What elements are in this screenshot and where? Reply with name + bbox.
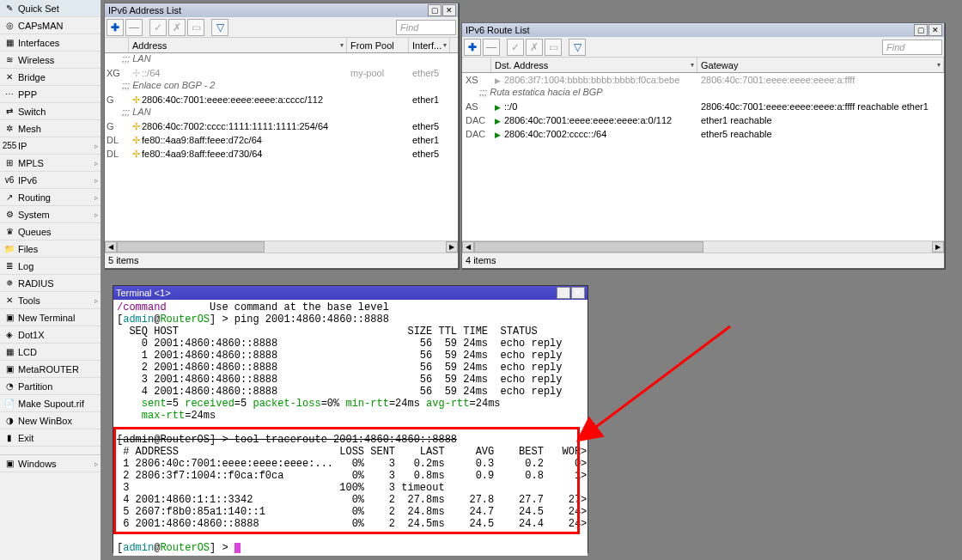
sidebar-item-quick-set[interactable]: ✎Quick Set [0, 0, 100, 17]
comment-button[interactable]: ▭ [187, 19, 204, 36]
sidebar-item-switch[interactable]: ⇄Switch [0, 103, 100, 120]
sidebar-item-wireless[interactable]: ≋Wireless [0, 52, 100, 69]
gateway-cell: 2806:40c:7001:eeee:eeee:eeee:a:ffff reac… [697, 101, 944, 112]
sidebar-label: RADIUS [18, 278, 98, 289]
sidebar-label: Wireless [18, 55, 98, 65]
sidebar-item-lcd[interactable]: ▦LCD [0, 344, 100, 361]
sidebar-item-mesh[interactable]: ✲Mesh [0, 120, 100, 137]
disable-button[interactable]: ✗ [526, 39, 543, 56]
filter-button[interactable]: ▽ [569, 39, 586, 56]
table-row[interactable]: XS▶2806:3f7:1004:bbbb:bbbb:bbbb:f0ca:beb… [462, 73, 944, 87]
table-row[interactable]: XG✢::/64my-poolether5 [105, 66, 458, 80]
address-cell: ✢::/64 [129, 68, 347, 79]
sidebar-item-tools[interactable]: ✕Tools▹ [0, 292, 100, 309]
sidebar-item-bridge[interactable]: ✕Bridge [0, 69, 100, 86]
horizontal-scrollbar[interactable]: ◀ ▶ [462, 240, 944, 253]
disable-button[interactable]: ✗ [168, 19, 186, 36]
remove-button[interactable]: — [483, 39, 500, 56]
table-row[interactable]: DL✢fe80::4aa9:8aff:feee:d730/64ether5 [105, 147, 458, 161]
sidebar-item-ppp[interactable]: ⋯PPP [0, 86, 100, 103]
sidebar-item-exit[interactable]: ▮Exit [0, 429, 100, 447]
sidebar-item-dot1x[interactable]: ◈Dot1X [0, 326, 100, 344]
col-dst-address[interactable]: Dst. Address▾ [491, 58, 697, 72]
menu-icon: ▦ [3, 345, 16, 359]
flags-cell: G [105, 94, 129, 105]
sidebar-item-routing[interactable]: ↗Routing▹ [0, 189, 100, 206]
table-row[interactable]: DL✢fe80::4aa9:8aff:feee:d72c/64ether1 [105, 133, 458, 147]
col-interface[interactable]: Interf...▾ [409, 38, 450, 52]
scroll-right-icon[interactable]: ▶ [446, 241, 458, 253]
maximize-button[interactable]: ▢ [428, 4, 441, 16]
maximize-button[interactable]: ▢ [557, 287, 570, 299]
table-header: Dst. Address▾ Gateway▾ [462, 58, 944, 73]
terminal-window: Terminal <1> ▢ ✕ /command Use command at… [113, 285, 588, 553]
close-button[interactable]: ✕ [442, 4, 456, 16]
sidebar-item-capsman[interactable]: ◎CAPsMAN [0, 17, 100, 34]
col-from-pool[interactable]: From Pool [347, 38, 409, 52]
close-button[interactable]: ✕ [571, 287, 585, 299]
table-header: Address▾ From Pool Interf...▾ [105, 38, 458, 53]
sidebar-item-windows[interactable]: ▣ Windows ▹ [0, 455, 100, 472]
col-flags[interactable] [462, 58, 491, 72]
route-table: Dst. Address▾ Gateway▾ XS▶2806:3f7:1004:… [462, 58, 944, 240]
horizontal-scrollbar[interactable]: ◀ ▶ [105, 240, 458, 253]
sidebar-item-new-terminal[interactable]: ▣New Terminal [0, 309, 100, 326]
sidebar-item-log[interactable]: ≣Log [0, 258, 100, 275]
sidebar-label: Dot1X [18, 330, 98, 340]
sidebar-item-interfaces[interactable]: ▦Interfaces [0, 34, 100, 52]
scroll-left-icon[interactable]: ◀ [462, 241, 474, 253]
add-button[interactable]: ✚ [107, 19, 124, 36]
find-input[interactable]: Find [396, 20, 456, 35]
sidebar-item-system[interactable]: ⚙System▹ [0, 206, 100, 223]
sidebar-item-partition[interactable]: ◔Partition [0, 378, 100, 395]
sidebar-item-metarouter[interactable]: ▣MetaROUTER [0, 361, 100, 378]
status-bar: 5 items [105, 253, 458, 266]
interface-cell: ether5 [409, 121, 450, 131]
remove-button[interactable]: — [125, 19, 143, 36]
sidebar-item-files[interactable]: 📁Files [0, 240, 100, 258]
table-row[interactable]: DAC▶2806:40c:7001:eeee:eeee:eeee:a:0/112… [462, 113, 944, 127]
titlebar[interactable]: IPv6 Route List ▢ ✕ [462, 23, 944, 37]
enable-button[interactable]: ✓ [507, 39, 524, 56]
submenu-indicator-icon: ▹ [94, 159, 99, 167]
gateway-cell: ether1 reachable [697, 115, 944, 125]
flags-cell: AS [462, 101, 491, 112]
col-gateway[interactable]: Gateway▾ [697, 58, 944, 72]
menu-icon: v6 [3, 173, 16, 187]
maximize-button[interactable]: ▢ [914, 24, 928, 36]
sidebar-item-radius[interactable]: ✵RADIUS [0, 275, 100, 292]
comment-button[interactable]: ▭ [545, 39, 562, 56]
find-input[interactable]: Find [882, 40, 942, 55]
sidebar-item-new-winbox[interactable]: ◑New WinBox [0, 412, 100, 429]
sidebar-item-ipv6[interactable]: v6IPv6▹ [0, 172, 100, 189]
titlebar[interactable]: Terminal <1> ▢ ✕ [113, 286, 588, 300]
terminal-output[interactable]: /command Use command at the base level [… [113, 300, 588, 556]
sidebar-label: Quick Set [18, 3, 98, 14]
sidebar-item-queues[interactable]: ♛Queues [0, 223, 100, 240]
add-button[interactable]: ✚ [464, 39, 481, 56]
terminal-title: Terminal <1> [116, 288, 557, 298]
route-icon: ▶ [495, 117, 501, 125]
table-row[interactable]: G✢2806:40c:7001:eeee:eeee:eeee:a:cccc/11… [105, 93, 458, 107]
flags-cell: DL [105, 149, 129, 159]
svg-line-0 [593, 326, 730, 429]
titlebar[interactable]: IPv6 Address List ▢ ✕ [105, 3, 458, 17]
scroll-right-icon[interactable]: ▶ [932, 241, 944, 253]
menu-icon: ↗ [3, 191, 16, 204]
sidebar-item-mpls[interactable]: ⊞MPLS▹ [0, 155, 100, 172]
sidebar-item-ip[interactable]: 255IP▹ [0, 137, 100, 155]
dst-cell: ▶2806:40c:7001:eeee:eeee:eeee:a:0/112 [491, 115, 697, 125]
table-row[interactable]: AS▶::/02806:40c:7001:eeee:eeee:eeee:a:ff… [462, 100, 944, 113]
col-flags[interactable] [105, 38, 129, 52]
close-button[interactable]: ✕ [929, 24, 942, 36]
col-address[interactable]: Address▾ [129, 38, 347, 52]
filter-button[interactable]: ▽ [211, 19, 228, 36]
scroll-left-icon[interactable]: ◀ [105, 241, 117, 253]
table-row[interactable]: G✢2806:40c:7002:cccc:1111:1111:1111:254/… [105, 119, 458, 133]
interface-cell: ether1 [409, 94, 450, 105]
gateway-cell: ether5 reachable [697, 129, 944, 139]
table-row[interactable]: DAC▶2806:40c:7002:cccc::/64ether5 reacha… [462, 127, 944, 141]
sidebar-item-make-supout.rif[interactable]: 📄Make Supout.rif [0, 395, 100, 412]
menu-icon: ≋ [3, 53, 16, 67]
enable-button[interactable]: ✓ [149, 19, 167, 36]
